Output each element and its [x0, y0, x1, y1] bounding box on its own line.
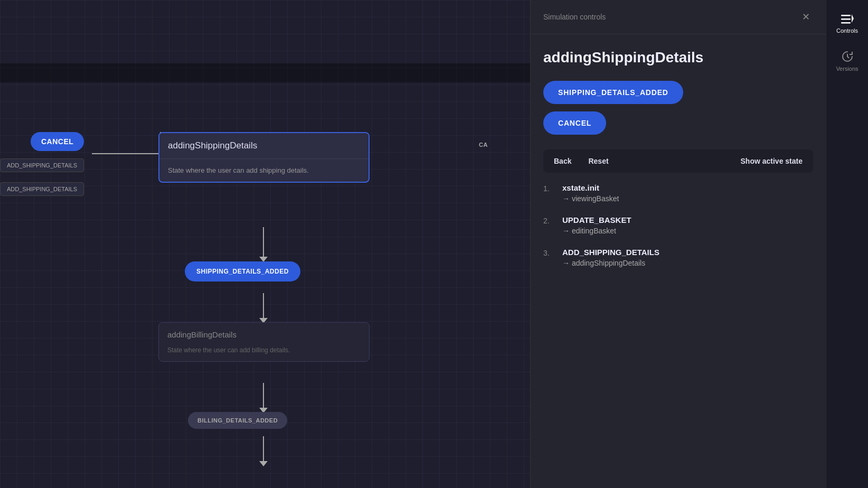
history-event-3: ADD_SHIPPING_DETAILS [562, 248, 659, 257]
sidebar-item-versions[interactable]: Versions [826, 42, 868, 80]
history-list: 1. xstate.init → viewingBasket 2. UPDATE… [543, 183, 813, 267]
svg-rect-2 [841, 22, 851, 24]
billing-state-body: State where the user can add billing det… [159, 346, 369, 361]
billing-state-header: addingBillingDetails [159, 323, 369, 346]
sim-body: addingShippingDetails SHIPPING_DETAILS_A… [531, 34, 826, 488]
cancel-button[interactable]: CANCEL [543, 111, 606, 135]
arrow-v2 [263, 293, 264, 320]
svg-marker-3 [852, 14, 854, 23]
arrow-v1 [263, 227, 264, 259]
arrow-head-4 [259, 461, 268, 466]
history-num-1: 1. [543, 183, 554, 193]
simulation-panel: Simulation controls ✕ addingShippingDeta… [530, 0, 826, 488]
right-sidebar: Controls Versions [826, 0, 868, 488]
history-content-2: UPDATE_BASKET → editingBasket [562, 215, 631, 235]
shipping-details-added-button[interactable]: SHIPPING_DETAILS_ADDED [543, 81, 683, 104]
show-active-state-button[interactable]: Show active state [741, 157, 803, 165]
state-card-body: State where the user can add shipping de… [159, 159, 369, 182]
versions-icon [842, 51, 853, 62]
shipping-added-node[interactable]: SHIPPING_DETAILS_ADDED [185, 261, 300, 281]
canvas-area: CANCEL ADD_SHIPPING_DETAILS ADD_SHIPPING… [0, 0, 530, 488]
arrow-v4 [263, 436, 264, 463]
history-item-3: 3. ADD_SHIPPING_DETAILS → addingShipping… [543, 248, 813, 267]
sim-panel-title: Simulation controls [543, 13, 606, 21]
billing-added-node[interactable]: BILLING_DETAILS_ADDED [188, 412, 287, 429]
controls-icon [841, 14, 854, 24]
connector-horizontal [92, 153, 161, 154]
history-item-2: 2. UPDATE_BASKET → editingBasket [543, 215, 813, 235]
controls-bar: Back Reset Show active state [543, 149, 813, 173]
history-event-2: UPDATE_BASKET [562, 215, 631, 224]
current-state-name: addingShippingDetails [543, 49, 813, 66]
history-arrow-3: → addingShippingDetails [562, 259, 659, 267]
controls-label: Controls [836, 27, 858, 34]
main-state-card: addingShippingDetails State where the us… [158, 132, 370, 183]
billing-state-card: addingBillingDetails State where the use… [158, 322, 370, 362]
arrow-v3 [263, 383, 264, 409]
state-card-header: addingShippingDetails [159, 133, 369, 159]
canvas-stripe [0, 63, 530, 82]
svg-rect-0 [841, 15, 851, 16]
history-arrow-1: → viewingBasket [562, 194, 619, 203]
add-shipping-label-1: ADD_SHIPPING_DETAILS [0, 158, 84, 172]
back-button[interactable]: Back [554, 157, 571, 165]
history-num-2: 2. [543, 215, 554, 225]
cancel-node-top[interactable]: CANCEL [31, 132, 84, 151]
close-button[interactable]: ✕ [798, 10, 813, 24]
add-shipping-label-2: ADD_SHIPPING_DETAILS [0, 182, 84, 196]
sidebar-ca-partial: CA [479, 142, 488, 148]
history-content-1: xstate.init → viewingBasket [562, 183, 619, 203]
versions-label: Versions [836, 65, 858, 72]
sidebar-item-controls[interactable]: Controls [826, 5, 868, 42]
history-item-1: 1. xstate.init → viewingBasket [543, 183, 813, 203]
history-arrow-2: → editingBasket [562, 227, 631, 235]
history-num-3: 3. [543, 248, 554, 257]
reset-button[interactable]: Reset [588, 157, 608, 165]
history-event-1: xstate.init [562, 183, 619, 192]
svg-rect-1 [841, 18, 851, 20]
history-content-3: ADD_SHIPPING_DETAILS → addingShippingDet… [562, 248, 659, 267]
sim-header: Simulation controls ✕ [531, 0, 826, 34]
